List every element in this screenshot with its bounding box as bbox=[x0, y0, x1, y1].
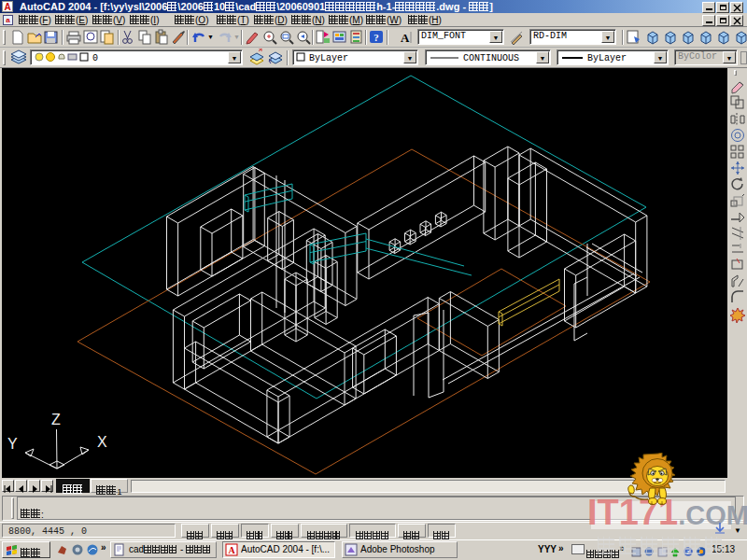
svg-text:CONTINUOUS: CONTINUOUS bbox=[463, 53, 519, 63]
svg-text:ByLayer: ByLayer bbox=[587, 53, 627, 63]
svg-text:ByLayer: ByLayer bbox=[309, 53, 348, 63]
svg-text:X: X bbox=[97, 434, 107, 450]
svg-text:?: ? bbox=[374, 32, 379, 43]
svg-text:A: A bbox=[401, 31, 410, 45]
svg-text:Z: Z bbox=[51, 412, 61, 427]
svg-text:Y: Y bbox=[7, 436, 18, 452]
svg-text:A: A bbox=[228, 545, 235, 555]
svg-text:0: 0 bbox=[92, 53, 98, 63]
